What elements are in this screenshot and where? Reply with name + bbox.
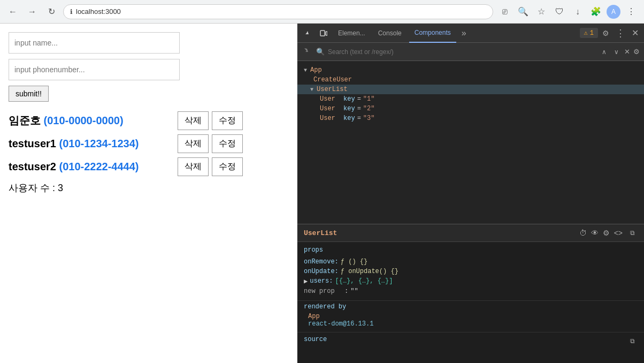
props-gear-button[interactable]: ⚙ [603,228,610,238]
update-button-3[interactable]: 수정 [212,157,243,176]
user-attr-1: key [343,95,355,103]
user-row-2: testuser1 (010-1234-1234) 삭제 수정 [9,134,288,153]
more-options-button[interactable]: ⋮ [614,27,627,39]
props-eye-button[interactable]: 👁 [591,228,599,238]
submit-button[interactable]: submit!! [9,86,49,102]
browser-actions: ⎚ 🔍 ☆ 🛡 ↓ 🧩 A ⋮ [497,4,639,19]
tab-elements[interactable]: Elemen... [333,24,371,43]
source-label: source [304,336,327,343]
user-count: 사용자 수 : 3 [9,182,288,194]
props-panel-icons: ⏱ 👁 ⚙ <> ⧉ [579,228,638,238]
prop-row-users[interactable]: ▶ users: [{…}, {…}, {…}] [304,276,638,286]
phone-input[interactable] [9,59,180,80]
search-next-button[interactable]: ∨ [612,47,621,57]
bookmark-button[interactable]: ☆ [534,4,549,19]
delete-button-3[interactable]: 삭제 [178,157,209,176]
avatar: A [607,5,620,19]
delete-button-2[interactable]: 삭제 [178,134,209,153]
svg-rect-1 [326,32,327,35]
new-prop-key: new prop [304,288,335,295]
tree-item-user-2[interactable]: User key="2" [297,104,644,114]
delete-button-1[interactable]: 삭제 [178,111,209,130]
users-expand-arrow[interactable]: ▶ [304,277,308,285]
prop-key-onremove: onRemove: [304,258,339,266]
user-list: 임준호 (010-0000-0000) 삭제 수정 testuser1 (010… [9,111,288,176]
user-val-1: "1" [363,95,375,103]
zoom-button[interactable]: 🔍 [516,4,531,19]
nav-reload-button[interactable]: ↻ [44,4,59,19]
device-toolbar-button[interactable] [317,26,331,40]
source-copy-button[interactable]: ⧉ [627,336,638,346]
menu-button[interactable]: ⋮ [624,4,639,19]
arrow-userlist: ▼ [310,87,313,93]
svg-rect-0 [320,31,325,36]
devtools-search-bar: 🔍 ∧ ∨ ✕ ⚙ [297,43,644,61]
user-val-2: "2" [363,105,375,112]
address-bar[interactable]: ℹ localhost:3000 [63,4,493,19]
new-prop-val: "" [350,288,358,295]
search-settings-button[interactable]: ⚙ [633,48,640,56]
inspect-element-button[interactable] [301,26,315,40]
settings-button[interactable]: ⚙ [600,29,611,37]
tree-item-createuser[interactable]: CreateUser [297,75,644,85]
user-row-3: testuser2 (010-2222-4444) 삭제 수정 [9,157,288,176]
browser-chrome: ← → ↻ ℹ localhost:3000 ⎚ 🔍 ☆ 🛡 ↓ 🧩 A ⋮ [0,0,644,24]
props-clock-button[interactable]: ⏱ [579,228,587,238]
more-tabs-button[interactable]: » [458,28,470,38]
user-name-phone-1: 임준호 (010-0000-0000) [9,114,174,128]
user-name-phone-3: testuser2 (010-2222-4444) [9,161,174,173]
tree-item-app[interactable]: ▼ App [297,65,644,75]
comp-name-app: App [310,66,322,74]
new-prop-colon: : [337,288,349,295]
search-prev-button[interactable]: ∧ [600,47,609,57]
tree-item-userlist[interactable]: ▼ UserList [297,85,644,94]
props-copy-button[interactable]: ⧉ [627,228,638,238]
extension2-button[interactable]: ↓ [570,4,585,19]
tree-item-user-3[interactable]: User key="3" [297,114,644,123]
user-attr-2: key [343,105,355,112]
user-val-3: "3" [363,115,375,122]
prop-val-users: [{…}, {…}, {…}] [335,277,393,285]
source-section: source ⧉ [297,332,644,346]
comp-name-user-1: User [320,95,335,103]
update-button-1[interactable]: 수정 [212,111,243,130]
selected-component-name: UserList [304,229,337,237]
main-layout: submit!! 임준호 (010-0000-0000) 삭제 수정 testu… [0,24,644,363]
user-phone-2: (010-1234-1234) [59,138,139,149]
rendered-by-app: App [304,313,638,320]
prop-key-onupdate: onUpdate: [304,268,339,275]
search-icon: 🔍 [316,48,325,56]
search-clear-button[interactable]: ✕ [624,48,630,56]
tab-components[interactable]: Components [409,24,456,43]
name-input[interactable] [9,32,180,54]
comp-name-createuser: CreateUser [313,76,352,84]
update-button-2[interactable]: 수정 [212,134,243,153]
devtools-props-panel: UserList ⏱ 👁 ⚙ <> ⧉ props onRemove: ƒ ()… [297,224,644,363]
devtools-toolbar: Elemen... Console Components » ⚠ 1 ⚙ ⋮ ✕ [297,24,644,43]
nav-forward-button[interactable]: → [25,4,40,19]
devtools-close-button[interactable]: ✕ [630,28,641,38]
warning-count: 1 [590,29,594,37]
extensions-button[interactable]: 🧩 [588,4,603,19]
user-name-phone-2: testuser1 (010-1234-1234) [9,138,174,150]
search-pointer-button[interactable] [302,47,313,57]
rendered-by-label: rendered by [304,303,638,311]
warning-icon: ⚠ [584,29,588,37]
prop-row-onremove: onRemove: ƒ () {} [304,257,638,267]
nav-back-button[interactable]: ← [5,4,20,19]
tree-item-user-1[interactable]: User key="1" [297,94,644,104]
comp-name-userlist: UserList [317,86,348,93]
arrow-app: ▼ [304,67,307,73]
user-phone-1: (010-0000-0000) [44,115,124,126]
warning-badge: ⚠ 1 [580,28,598,38]
devtools-panel: Elemen... Console Components » ⚠ 1 ⚙ ⋮ ✕… [297,24,644,363]
new-prop-row: new prop : "" [304,286,638,296]
extension1-button[interactable]: 🛡 [552,4,567,19]
devtools-search-input[interactable] [328,48,596,56]
cast-button[interactable]: ⎚ [497,4,512,19]
tab-console[interactable]: Console [373,24,407,43]
props-source-button[interactable]: <> [614,228,623,238]
user-phone-3: (010-2222-4444) [59,161,139,172]
prop-val-onupdate: ƒ onUpdate() {} [341,268,398,275]
user-row-1: 임준호 (010-0000-0000) 삭제 수정 [9,111,288,130]
